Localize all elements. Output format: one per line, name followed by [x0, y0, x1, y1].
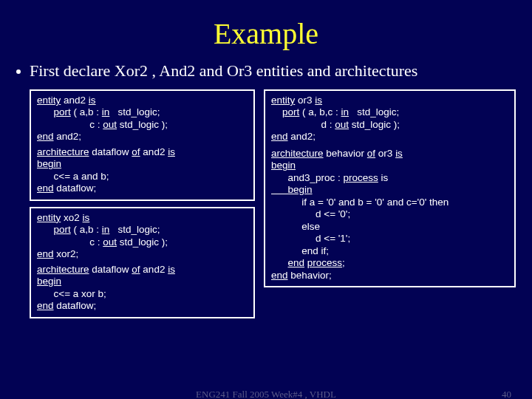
bullet-text: First declare Xor2 , And2 and Or3 entiti…: [30, 61, 417, 81]
slide-title: Example: [0, 0, 532, 61]
right-column: entity or3 is port ( a, b,c : in std_log…: [264, 89, 516, 318]
bullet-dot-icon: [16, 69, 21, 74]
left-column: entity and2 is port ( a,b : in std_logic…: [30, 89, 255, 318]
footer-center-text: ENG241 Fall 2005 Week#4 , VHDL: [196, 389, 336, 399]
code-box-xor2: entity xo2 is port ( a,b : in std_logic;…: [30, 207, 255, 318]
content-columns: entity and2 is port ( a,b : in std_logic…: [0, 89, 532, 318]
code-box-and2: entity and2 is port ( a,b : in std_logic…: [30, 89, 255, 201]
footer-page-number: 40: [502, 389, 511, 399]
code-box-or3: entity or3 is port ( a, b,c : in std_log…: [264, 89, 516, 287]
bullet-item: First declare Xor2 , And2 and Or3 entiti…: [0, 61, 532, 81]
